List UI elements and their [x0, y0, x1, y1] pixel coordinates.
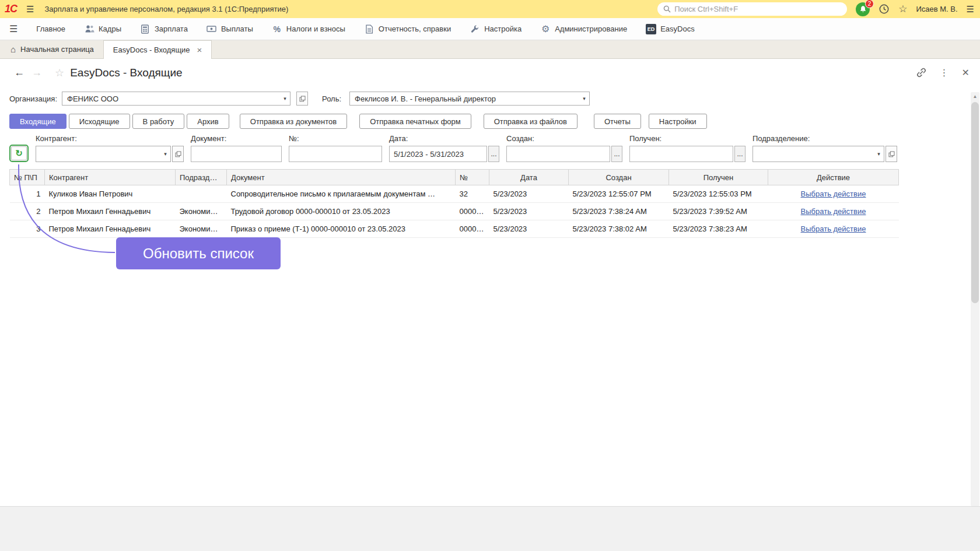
chevron-down-icon: ▾	[280, 96, 290, 101]
tab-easydocs-incoming[interactable]: EasyDocs - Входящие ×	[103, 40, 212, 59]
filter-received: Получен: ...	[629, 134, 746, 162]
menu-item-label: Зарплата	[155, 24, 188, 33]
role-select[interactable]: Феклисов И. В. - Генеральный директор ▾	[349, 92, 590, 106]
column-header-received[interactable]: Получен	[669, 170, 768, 185]
page-header: ← → ☆ EasyDocs - Входящие ⋮ ✕	[0, 59, 980, 86]
date-more-button[interactable]: ...	[488, 146, 499, 162]
scrollbar-thumb[interactable]	[971, 102, 979, 303]
notifications-button[interactable]: 2	[856, 2, 870, 16]
cell-kontragent: Куликов Иван Петрович	[45, 185, 176, 203]
column-header-action[interactable]: Действие	[768, 170, 899, 185]
history-icon[interactable]	[878, 3, 890, 15]
date-input[interactable]	[389, 146, 487, 162]
filter-kontragent: Контрагент: ▾	[36, 134, 184, 162]
menu-item-glavnoe[interactable]: Главное	[36, 24, 65, 33]
filter-label: Подразделение:	[752, 134, 897, 143]
menu-item-kadry[interactable]: Кадры	[84, 24, 121, 34]
scroll-up-icon[interactable]: ▲	[971, 92, 979, 101]
kontragent-choose-button[interactable]	[172, 146, 184, 162]
tooltip-refresh-list: Обновить список	[116, 237, 281, 269]
menu-item-zarplata[interactable]: Зарплата	[140, 24, 188, 34]
cell-created: 5/23/2023 7:38:24 AM	[569, 203, 669, 220]
sections-menu-icon[interactable]: ☰	[9, 23, 18, 34]
favorites-icon[interactable]: ☆	[898, 3, 907, 15]
received-more-button[interactable]: ...	[734, 146, 746, 162]
menu-item-label: Выплаты	[221, 24, 253, 33]
vertical-scrollbar[interactable]: ▲	[971, 92, 979, 506]
created-more-button[interactable]: ...	[611, 146, 622, 162]
forward-button[interactable]: →	[28, 65, 46, 81]
menu-item-easydocs[interactable]: ED EasyDocs	[646, 24, 695, 34]
page-title: EasyDocs - Входящие	[70, 66, 183, 79]
kontragent-select[interactable]: ▾	[36, 146, 171, 162]
menu-item-label: Отчетность, справки	[379, 24, 451, 33]
menu-item-otchetnost[interactable]: Отчетность, справки	[364, 24, 451, 34]
view-tab-archive[interactable]: Архив	[187, 114, 229, 129]
back-button[interactable]: ←	[10, 65, 28, 81]
department-select[interactable]: ▾	[752, 146, 884, 162]
menu-item-nastroika[interactable]: Настройка	[470, 24, 522, 34]
chevron-down-icon: ▾	[160, 151, 170, 157]
view-tab-send-from-documents[interactable]: Отправка из документов	[240, 114, 347, 129]
view-tab-outgoing[interactable]: Исходящие	[69, 114, 130, 129]
org-value: ФЕНИКС ООО	[62, 94, 280, 103]
gear-icon: ⚙	[540, 24, 551, 34]
column-header-no[interactable]: №	[456, 170, 489, 185]
service-menu-icon[interactable]: ☰	[967, 4, 974, 15]
link-icon[interactable]	[916, 67, 927, 78]
column-header-created[interactable]: Создан	[569, 170, 669, 185]
column-header-document[interactable]: Документ	[227, 170, 456, 185]
choose-action-link[interactable]: Выбрать действие	[801, 207, 866, 216]
column-header-date[interactable]: Дата	[489, 170, 569, 185]
table-row[interactable]: 2 Петров Михаил Геннадьевич Экономи… Тру…	[10, 203, 899, 220]
menu-item-nalogi[interactable]: % Налоги и взносы	[272, 24, 345, 34]
documents-table: № П\П Контрагент Подразд… Документ № Дат…	[9, 169, 899, 238]
table-row[interactable]: 3 Петров Михаил Геннадьевич Экономи… При…	[10, 220, 899, 238]
refresh-button[interactable]: ↻	[11, 146, 27, 160]
view-tab-send-print-forms[interactable]: Отправка печатных форм	[359, 114, 471, 129]
choose-action-link[interactable]: Выбрать действие	[801, 189, 866, 198]
view-tab-in-work[interactable]: В работу	[132, 114, 185, 129]
cell-document: Трудовой договор 0000-000010 от 23.05.20…	[227, 203, 456, 220]
main-menu-icon[interactable]: ☰	[26, 4, 34, 15]
more-icon[interactable]: ⋮	[940, 67, 949, 78]
created-input[interactable]	[506, 146, 610, 162]
received-input[interactable]	[629, 146, 733, 162]
view-tab-settings[interactable]: Настройки	[649, 114, 707, 129]
filter-label: Получен:	[629, 134, 746, 143]
close-page-icon[interactable]: ✕	[962, 67, 970, 78]
view-tab-reports[interactable]: Отчеты	[594, 114, 641, 129]
number-input[interactable]	[289, 146, 382, 162]
view-tab-incoming[interactable]: Входящие	[9, 114, 66, 129]
column-header-kontragent[interactable]: Контрагент	[45, 170, 176, 185]
choose-action-link[interactable]: Выбрать действие	[801, 224, 866, 233]
column-header-num[interactable]: № П\П	[10, 170, 45, 185]
column-header-podrazdelenie[interactable]: Подразд…	[176, 170, 227, 185]
department-choose-button[interactable]	[886, 146, 897, 162]
filter-created: Создан: ...	[506, 134, 622, 162]
view-tab-send-from-files[interactable]: Отправка из файлов	[484, 114, 578, 129]
home-icon: ⌂	[10, 44, 16, 54]
filter-label: №:	[289, 134, 382, 143]
user-menu[interactable]: Исаев М. В.	[916, 5, 957, 13]
filter-document: Документ:	[191, 134, 282, 162]
menu-item-vyplaty[interactable]: Выплаты	[206, 24, 253, 34]
tab-close-icon[interactable]: ×	[197, 45, 202, 55]
org-select[interactable]: ФЕНИКС ООО ▾	[62, 92, 290, 106]
menu-item-administrirovanie[interactable]: ⚙ Администрирование	[540, 24, 627, 34]
role-value: Феклисов И. В. - Генеральный директор	[350, 94, 579, 103]
chevron-down-icon: ▾	[579, 96, 589, 101]
table-row[interactable]: 1 Куликов Иван Петрович Сопроводительное…	[10, 185, 899, 203]
refresh-icon: ↻	[15, 148, 23, 159]
filter-row: ↻ Контрагент: ▾ Документ: №: Дата: ... С…	[0, 134, 980, 162]
search-input[interactable]	[674, 5, 841, 13]
filter-department: Подразделение: ▾	[752, 134, 897, 162]
report-icon	[364, 24, 374, 34]
document-input[interactable]	[191, 146, 282, 162]
org-choose-button[interactable]	[296, 92, 308, 106]
favorite-star-icon[interactable]: ☆	[55, 66, 64, 79]
global-search[interactable]	[657, 2, 847, 16]
cell-received: 5/23/2023 7:38:23 AM	[669, 220, 768, 238]
tab-label: EasyDocs - Входящие	[113, 45, 190, 54]
tab-home[interactable]: ⌂ Начальная страница	[1, 40, 103, 58]
